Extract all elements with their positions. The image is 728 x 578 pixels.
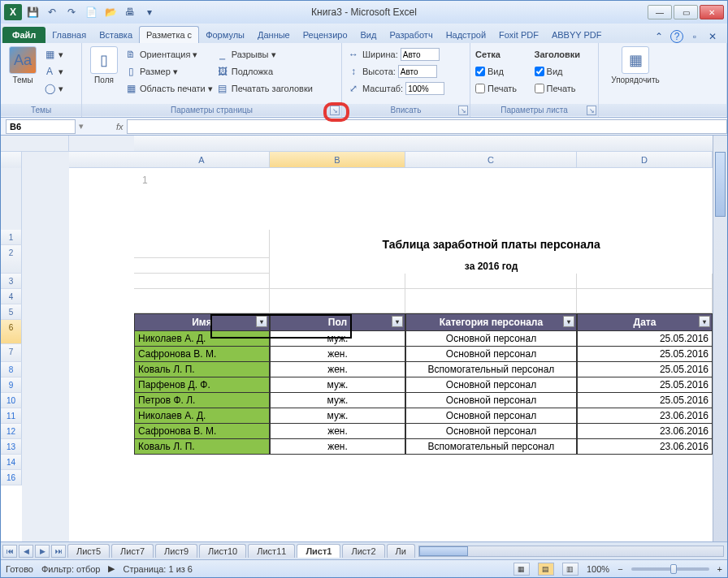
cell-category[interactable]: Основной персонал xyxy=(405,377,577,393)
file-tab[interactable]: Файл xyxy=(2,27,46,43)
tab-formulas[interactable]: Формулы xyxy=(199,27,251,43)
orientation-button[interactable]: 🗎Ориентация ▾ xyxy=(124,46,213,63)
filter-icon[interactable]: ▾ xyxy=(392,316,403,327)
row-header[interactable]: 7 xyxy=(1,344,22,362)
cell-sex[interactable]: жен. xyxy=(270,439,405,455)
cell-category[interactable]: Основной персонал xyxy=(405,408,577,424)
page-setup-launcher[interactable]: ↘ xyxy=(330,106,340,115)
th-date[interactable]: Дата▾ xyxy=(577,313,713,331)
table-row[interactable]: Николаев А. Д. муж. Основной персонал 25… xyxy=(134,331,713,347)
zoom-in-button[interactable]: + xyxy=(717,564,722,574)
tab-foxit[interactable]: Foxit PDF xyxy=(492,27,545,43)
select-all-button[interactable] xyxy=(1,152,22,168)
th-sex[interactable]: Пол▾ xyxy=(270,313,405,331)
hscroll-thumb[interactable] xyxy=(419,546,468,556)
row-header[interactable]: 1 xyxy=(1,230,22,245)
sheet-options-launcher[interactable]: ↘ xyxy=(587,106,596,115)
tab-home[interactable]: Главная xyxy=(46,27,93,43)
sheet-tab[interactable]: Лист10 xyxy=(199,544,246,558)
sheet-tab[interactable]: Лист5 xyxy=(67,544,110,558)
size-button[interactable]: ▯Размер ▾ xyxy=(124,63,213,80)
row-header[interactable]: 10 xyxy=(1,393,22,408)
view-break-icon[interactable]: ▥ xyxy=(562,563,578,576)
excel-icon[interactable]: X xyxy=(4,4,22,20)
height-control[interactable]: ↕Высота: xyxy=(347,63,444,80)
scale-launcher[interactable]: ↘ xyxy=(458,106,468,115)
head-print-checkbox[interactable] xyxy=(535,84,544,93)
page-header-area[interactable]: 1 xyxy=(134,168,713,230)
background-button[interactable]: 🖼Подложка xyxy=(216,63,313,80)
grid-view-checkbox[interactable] xyxy=(475,67,485,76)
cell-a6[interactable] xyxy=(134,289,270,313)
row-header[interactable]: 5 xyxy=(1,304,22,320)
cell-category[interactable]: Основной персонал xyxy=(405,393,577,408)
row-header[interactable]: 12 xyxy=(1,424,22,439)
table-row[interactable]: Парфенов Д. Ф. муж. Основной персонал 25… xyxy=(134,377,713,393)
tab-page-layout[interactable]: Разметка с xyxy=(139,26,199,43)
table-row[interactable]: Сафронова В. М. жен. Основной персонал 2… xyxy=(134,424,713,439)
col-header-a[interactable]: A xyxy=(134,152,270,167)
cell-name[interactable]: Парфенов Д. Ф. xyxy=(134,377,270,393)
cell-sex[interactable]: муж. xyxy=(270,331,405,347)
tab-nav-prev[interactable]: ◀ xyxy=(19,545,33,558)
cell-category[interactable]: Основной персонал xyxy=(405,331,577,347)
table-row[interactable]: Петров Ф. Л. муж. Основной персонал 25.0… xyxy=(134,393,713,408)
tab-abbyy[interactable]: ABBYY PDF xyxy=(545,27,609,43)
cell-name[interactable]: Коваль Л. П. xyxy=(134,362,270,377)
tab-insert[interactable]: Вставка xyxy=(93,27,139,43)
cell-name[interactable]: Коваль Л. П. xyxy=(134,439,270,455)
grid[interactable]: A B C D 1 Таблица заработной платы персо… xyxy=(69,136,713,541)
zoom-handle[interactable] xyxy=(670,564,677,574)
sheet-tab[interactable]: Лист7 xyxy=(111,544,154,558)
grid-print-check[interactable]: Печать xyxy=(475,80,531,97)
cell-category[interactable]: Основной персонал xyxy=(405,424,577,439)
table-row[interactable]: Сафронова В. М. жен. Основной персонал 2… xyxy=(134,347,713,362)
doc-close-icon[interactable]: ✕ xyxy=(706,30,719,43)
tab-review[interactable]: Рецензиро xyxy=(297,27,354,43)
cell-name[interactable]: Николаев А. Д. xyxy=(134,331,270,347)
cell-empty[interactable] xyxy=(134,274,270,289)
head-view-checkbox[interactable] xyxy=(535,67,544,76)
head-view-check[interactable]: Вид xyxy=(535,63,593,80)
cell-sex[interactable]: жен. xyxy=(270,362,405,377)
table-row[interactable]: Коваль Л. П. жен. Вспомогательный персон… xyxy=(134,439,713,455)
grid-print-checkbox[interactable] xyxy=(475,84,485,93)
name-box[interactable]: B6 xyxy=(6,119,76,134)
save-icon[interactable]: 💾 xyxy=(24,4,41,20)
horizontal-scrollbar[interactable] xyxy=(418,546,724,557)
breaks-button[interactable]: ⎯Разрывы ▾ xyxy=(216,46,313,63)
sheet-tab[interactable]: Лист1 xyxy=(297,544,340,558)
doc-restore-icon[interactable]: ▫ xyxy=(688,30,701,43)
cell-empty[interactable] xyxy=(577,274,713,289)
row-header[interactable]: 16 xyxy=(1,470,22,485)
cell-empty[interactable] xyxy=(270,274,405,289)
cell-category[interactable]: Основной персонал xyxy=(405,347,577,362)
filter-icon[interactable]: ▾ xyxy=(699,316,710,327)
cell-sex[interactable]: муж. xyxy=(270,408,405,424)
row-header[interactable]: 3 xyxy=(1,274,22,289)
close-button[interactable]: ✕ xyxy=(700,5,724,19)
vertical-scrollbar[interactable] xyxy=(713,136,727,541)
col-header-b[interactable]: B xyxy=(270,152,405,167)
cell-date[interactable]: 23.06.2016 xyxy=(577,408,713,424)
row-header[interactable]: 14 xyxy=(1,455,22,470)
table-row[interactable]: Коваль Л. П. жен. Вспомогательный персон… xyxy=(134,362,713,377)
row-header[interactable]: 6 xyxy=(1,320,22,344)
cell-name[interactable]: Сафронова В. М. xyxy=(134,347,270,362)
status-macro-icon[interactable]: ▶ xyxy=(108,563,115,574)
sheet-tab[interactable]: Лист2 xyxy=(342,544,384,558)
undo-icon[interactable]: ↶ xyxy=(43,4,61,20)
width-control[interactable]: ↔Ширина: xyxy=(347,46,444,63)
cell-name[interactable]: Петров Ф. Л. xyxy=(134,393,270,408)
head-print-check[interactable]: Печать xyxy=(535,80,593,97)
vscroll-thumb[interactable] xyxy=(715,152,726,217)
cell-empty[interactable] xyxy=(134,230,270,258)
redo-icon[interactable]: ↷ xyxy=(63,4,80,20)
view-layout-icon[interactable]: ▤ xyxy=(538,563,554,576)
cell-category[interactable]: Вспомогательный персонал xyxy=(405,439,577,455)
cell-date[interactable]: 25.05.2016 xyxy=(577,377,713,393)
cell-b6[interactable] xyxy=(270,289,405,313)
cell-sex[interactable]: муж. xyxy=(270,377,405,393)
theme-fonts-button[interactable]: A▾ xyxy=(43,63,63,80)
help-icon[interactable]: ? xyxy=(670,30,683,43)
